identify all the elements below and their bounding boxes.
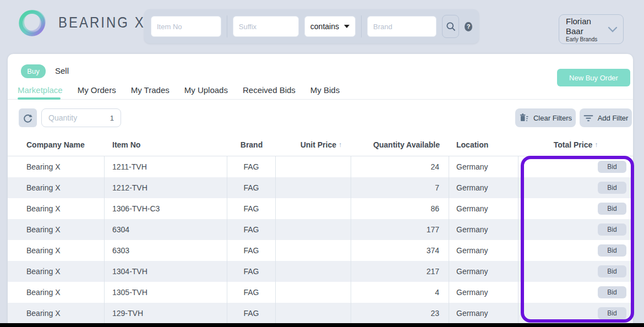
cell-brand: FAG (227, 261, 276, 282)
cell-item-no: 6303 (105, 240, 227, 261)
cell-item-no: 1211-TVH (105, 156, 227, 177)
cell-unit-price (276, 219, 351, 240)
cell-item-no: 129-TVH (105, 303, 227, 324)
unit-price-label: Unit Price (301, 140, 336, 149)
cell-location: Germany (449, 282, 519, 303)
search-icon (445, 21, 456, 32)
table-row: Bearing X 1304-TVH FAG 217 Germany Bid (8, 261, 633, 282)
cell-brand: FAG (227, 198, 276, 219)
logo: BEARING X (15, 6, 145, 40)
table-row: Bearing X 1212-TVH FAG 7 Germany Bid (8, 177, 633, 198)
match-type-select[interactable]: contains (304, 16, 356, 37)
cell-quantity-available: 217 (351, 261, 449, 282)
cell-brand: FAG (227, 177, 276, 198)
caret-down-icon (344, 25, 350, 28)
cell-brand: FAG (227, 156, 276, 177)
tab-my-trades[interactable]: My Trades (131, 85, 170, 95)
app-header: BEARING X contains ? Florian Baar Early … (0, 0, 644, 54)
table-header: Company Name Item No Brand Unit Price ↑ … (8, 135, 633, 154)
match-type-value: contains (310, 22, 339, 31)
column-header-item-no[interactable]: Item No (105, 134, 227, 155)
table-body: Bearing X 1211-TVH FAG 24 Germany Bid Be… (8, 156, 633, 324)
refresh-button[interactable] (19, 108, 37, 127)
cell-total-price: Bid (519, 219, 633, 240)
user-name: Florian Baar (566, 17, 608, 36)
cell-location: Germany (449, 261, 519, 282)
cell-quantity-available: 4 (351, 282, 449, 303)
suffix-input[interactable] (233, 16, 299, 37)
cell-total-price: Bid (519, 240, 633, 261)
user-company: Early Brands (566, 36, 608, 42)
new-buy-order-button[interactable]: New Buy Order (557, 69, 630, 86)
cell-quantity-available: 7 (351, 177, 449, 198)
bid-button[interactable]: Bid (598, 203, 626, 215)
cell-brand: FAG (227, 219, 276, 240)
bid-button[interactable]: Bid (598, 286, 626, 298)
column-header-total-price[interactable]: Total Price ↑ (519, 134, 633, 155)
user-info: Florian Baar Early Brands (566, 17, 608, 42)
active-tab-indicator (18, 97, 61, 100)
tab-marketplace[interactable]: Marketplace (18, 85, 63, 95)
tab-received-bids[interactable]: Received Bids (243, 85, 296, 95)
cell-brand: FAG (227, 240, 276, 261)
cell-location: Germany (449, 177, 519, 198)
cell-quantity-available: 374 (351, 240, 449, 261)
search-panel-divider (361, 15, 362, 37)
filter-icon (583, 113, 593, 122)
table-row: Bearing X 1306-TVH-C3 FAG 86 Germany Bid (8, 198, 633, 219)
cell-location: Germany (449, 240, 519, 261)
cell-location: Germany (449, 219, 519, 240)
cell-brand: FAG (227, 303, 276, 324)
cell-company-name: Bearing X (8, 156, 105, 177)
cell-item-no: 1304-TVH (105, 261, 227, 282)
user-menu[interactable]: Florian Baar Early Brands (559, 14, 624, 44)
add-filter-button[interactable]: Add Filter (580, 108, 632, 127)
logo-text: BEARING X (58, 14, 145, 31)
column-header-location[interactable]: Location (449, 134, 519, 155)
tab-my-orders[interactable]: My Orders (78, 85, 116, 95)
bid-button[interactable]: Bid (598, 161, 626, 173)
column-header-quantity-available[interactable]: Quantity Available (351, 134, 449, 155)
table-row: Bearing X 6303 FAG 374 Germany Bid (8, 240, 633, 261)
cell-item-no: 1212-TVH (105, 177, 227, 198)
tab-my-uploads[interactable]: My Uploads (184, 85, 228, 95)
chevron-down-icon (608, 26, 618, 33)
cell-company-name: Bearing X (8, 219, 105, 240)
help-icon[interactable]: ? (465, 22, 472, 31)
bid-button[interactable]: Bid (598, 244, 626, 257)
search-button[interactable] (442, 15, 459, 38)
cell-location: Germany (449, 156, 519, 177)
cell-quantity-available: 23 (351, 303, 449, 324)
cell-company-name: Bearing X (8, 240, 105, 261)
buy-toggle-button[interactable]: Buy (21, 64, 46, 78)
sort-ascending-icon: ↑ (339, 141, 342, 149)
search-panel: contains ? (144, 9, 479, 43)
clear-filters-button[interactable]: Clear Filters (515, 108, 576, 127)
brand-input[interactable] (367, 16, 436, 37)
cell-company-name: Bearing X (8, 198, 105, 219)
cell-total-price: Bid (519, 303, 633, 324)
cell-item-no: 1306-TVH-C3 (105, 198, 227, 219)
quantity-placeholder: Quantity (48, 113, 77, 122)
item-no-input[interactable] (151, 16, 221, 37)
bid-button[interactable]: Bid (598, 224, 626, 236)
cell-unit-price (276, 261, 351, 282)
tab-my-bids[interactable]: My Bids (310, 85, 340, 95)
sort-ascending-icon: ↑ (594, 141, 598, 149)
bid-button[interactable]: Bid (598, 307, 626, 319)
add-filter-label: Add Filter (598, 114, 629, 122)
cell-unit-price (276, 177, 351, 198)
bid-button[interactable]: Bid (598, 265, 626, 277)
bid-button[interactable]: Bid (598, 182, 626, 194)
clear-filters-label: Clear Filters (533, 114, 572, 122)
cell-total-price: Bid (519, 282, 633, 303)
cell-company-name: Bearing X (8, 303, 105, 324)
cell-item-no: 6304 (105, 219, 227, 240)
sell-toggle-button[interactable]: Sell (55, 66, 69, 75)
column-header-brand[interactable]: Brand (227, 134, 276, 155)
column-header-company-name[interactable]: Company Name (8, 134, 105, 155)
column-header-unit-price[interactable]: Unit Price ↑ (276, 134, 351, 155)
cell-total-price: Bid (519, 156, 633, 177)
total-price-label: Total Price (554, 140, 593, 149)
quantity-input[interactable]: Quantity 1 (41, 108, 121, 127)
